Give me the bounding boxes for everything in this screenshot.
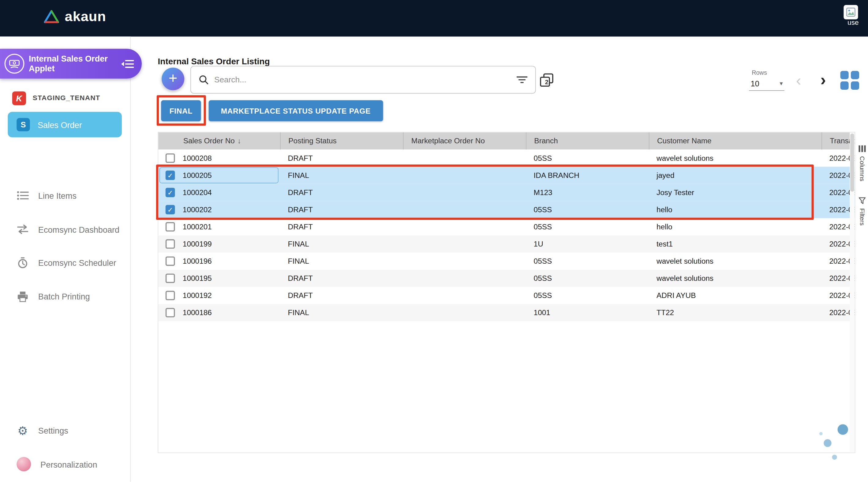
table-row[interactable]: 1000196 FINAL 05SS wavelet solutions 202…: [158, 253, 855, 270]
branch-value: 05SS: [526, 149, 649, 167]
posting-status-value: DRAFT: [280, 184, 403, 201]
posting-status-value: DRAFT: [280, 270, 403, 287]
row-checkbox[interactable]: [165, 222, 175, 232]
sidebar-item-batch-printing[interactable]: Batch Printing: [0, 285, 131, 307]
rows-per-page-select[interactable]: 10 ▾: [749, 77, 784, 91]
sidebar-item-sales-order[interactable]: S Sales Order: [8, 112, 122, 137]
sidebar-item-ecomsync-scheduler[interactable]: Ecomsync Scheduler: [0, 251, 131, 273]
branch-value: 05SS: [526, 253, 649, 270]
sales-order-no-value: 1000205: [183, 171, 212, 179]
column-header-marketplace-order-no[interactable]: Marketplace Order No: [403, 132, 526, 149]
row-checkbox[interactable]: [165, 153, 175, 163]
sidebar-item-label: Line Items: [38, 191, 76, 200]
sort-desc-icon[interactable]: ↓: [238, 137, 241, 145]
tenant-name: STAGING_TENANT: [33, 94, 100, 102]
column-header-branch[interactable]: Branch: [526, 132, 649, 149]
sidebar-item-personalization[interactable]: Personalization: [0, 453, 131, 475]
marketplace-order-no-value: [403, 287, 526, 304]
posting-status-value: DRAFT: [280, 218, 403, 236]
marketplace-order-no-value: [403, 167, 526, 184]
posting-status-value: FINAL: [280, 253, 403, 270]
table-row[interactable]: 1000199 FINAL 1U test1 2022-08-04: [158, 236, 855, 253]
brand-logo: akaun: [43, 8, 106, 24]
order-cell: 1000192: [158, 287, 280, 304]
sales-order-no-value: 1000202: [183, 206, 212, 214]
customer-name-value: jayed: [649, 167, 822, 184]
marketplace-order-no-value: [403, 236, 526, 253]
top-navbar: akaun use: [0, 0, 868, 36]
menu-collapse-icon[interactable]: [121, 59, 134, 69]
applet-header[interactable]: Internal Sales Order Applet: [0, 49, 142, 79]
printer-icon: [17, 290, 29, 303]
sidebar: Internal Sales Order Applet K STAGING_TE…: [0, 36, 131, 482]
tenant-row[interactable]: K STAGING_TENANT: [12, 90, 128, 106]
cash-transfer-icon: [4, 54, 24, 73]
final-button[interactable]: FINAL: [161, 100, 201, 121]
row-checkbox[interactable]: ✓: [165, 171, 175, 180]
table-row[interactable]: ✓ 1000204 DRAFT M123 Josy Tester 2022-08…: [158, 184, 855, 201]
table-row[interactable]: 1000208 DRAFT 05SS wavelet solutions 202…: [158, 149, 855, 167]
row-checkbox[interactable]: [165, 291, 175, 300]
table-row[interactable]: 1000201 DRAFT 05SS hello 2022-08-12: [158, 218, 855, 236]
branch-value: 05SS: [526, 287, 649, 304]
sales-order-no-value: 1000195: [183, 274, 212, 282]
filters-panel-toggle[interactable]: Filters: [856, 197, 868, 226]
posting-status-value: DRAFT: [280, 149, 403, 167]
marketplace-order-no-value: [403, 149, 526, 167]
sales-order-icon: S: [17, 118, 30, 131]
sales-order-no-value: 1000186: [183, 308, 212, 317]
row-checkbox[interactable]: ✓: [165, 188, 175, 197]
filter-list-icon[interactable]: [516, 76, 527, 84]
sidebar-item-label: Batch Printing: [38, 292, 90, 301]
previous-page-icon[interactable]: ‹: [793, 71, 805, 90]
order-cell: 1000196: [158, 253, 280, 270]
row-checkbox[interactable]: [165, 308, 175, 318]
posting-status-value: FINAL: [280, 304, 403, 321]
posting-status-value: DRAFT: [280, 287, 403, 304]
rows-per-page-value: 10: [751, 79, 760, 88]
order-cell: ✓ 1000205: [158, 167, 280, 184]
tenant-logo-icon: K: [12, 91, 26, 105]
personalization-avatar: [17, 457, 31, 471]
branch-value: M123: [526, 184, 649, 201]
sales-order-table: Sales Order No ↓ Posting Status Marketpl…: [158, 132, 855, 453]
row-checkbox[interactable]: [165, 239, 175, 249]
marketplace-order-no-value: [403, 201, 526, 218]
table-row[interactable]: 1000195 DRAFT 05SS wavelet solutions 202…: [158, 270, 855, 287]
table-row[interactable]: 1000192 DRAFT 05SS ADRI AYUB 2022-08-02: [158, 287, 855, 304]
marketplace-order-no-value: [403, 270, 526, 287]
search-box: [190, 66, 536, 93]
column-header-sales-order-no[interactable]: Sales Order No ↓: [158, 132, 280, 149]
rows-per-page-label: Rows: [752, 69, 767, 76]
next-page-icon[interactable]: ›: [817, 70, 830, 90]
row-checkbox[interactable]: [165, 273, 175, 283]
column-header-posting-status[interactable]: Posting Status: [280, 132, 403, 149]
customer-name-value: wavelet solutions: [649, 253, 822, 270]
search-input[interactable]: [213, 75, 512, 85]
add-button[interactable]: +: [162, 68, 184, 90]
sidebar-item-label: Personalization: [40, 459, 97, 469]
marketplace-status-update-button[interactable]: MARKETPLACE STATUS UPDATE PAGE: [209, 100, 383, 121]
search-icon: [199, 75, 209, 85]
table-row[interactable]: ✓ 1000205 FINAL IDA BRANCH jayed 2022-08…: [158, 167, 855, 184]
sidebar-item-settings[interactable]: ⚙ Settings: [0, 419, 131, 441]
branch-value: 05SS: [526, 218, 649, 236]
page-title: Internal Sales Order Listing: [158, 57, 270, 67]
column-header-customer-name[interactable]: Customer Name: [649, 132, 822, 149]
table-scrollbar: [850, 132, 855, 452]
avatar-alt-text: use: [847, 19, 859, 26]
columns-panel-toggle[interactable]: Columns: [856, 145, 868, 181]
row-checkbox[interactable]: [165, 256, 175, 266]
table-row[interactable]: ✓ 1000202 DRAFT 05SS hello 2022-08-12: [158, 201, 855, 218]
user-avatar[interactable]: use: [843, 5, 868, 32]
sidebar-item-line-items[interactable]: Line Items: [0, 184, 131, 206]
sidebar-item-ecomsync-dashboard[interactable]: Ecomsync Dashboard: [0, 218, 131, 240]
marketplace-order-no-value: [403, 253, 526, 270]
pages-view-icon[interactable]: 2: [539, 72, 554, 88]
table-row[interactable]: 1000186 FINAL 1001 TT22 2022-08-01: [158, 304, 855, 321]
scrollbar-thumb[interactable]: [850, 133, 854, 192]
filters-label: Filters: [859, 208, 866, 226]
sales-order-no-value: 1000208: [183, 154, 212, 162]
row-checkbox[interactable]: ✓: [165, 205, 175, 214]
grid-view-icon[interactable]: [840, 71, 860, 91]
